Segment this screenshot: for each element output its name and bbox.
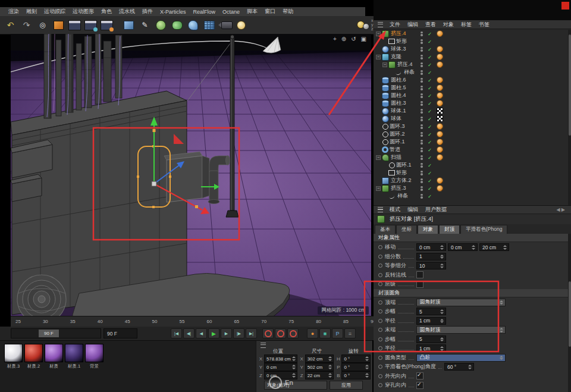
object-item[interactable]: 圆环.3✓ bbox=[374, 123, 571, 130]
orange-tag-icon[interactable] bbox=[437, 177, 443, 184]
menu-item[interactable]: 帮助 bbox=[279, 8, 297, 15]
anim-dot-icon[interactable] bbox=[378, 328, 382, 332]
record-position-toggle[interactable]: ● bbox=[307, 328, 318, 338]
coord-input[interactable]: 578.838 cm bbox=[264, 355, 297, 363]
section-header[interactable]: 对象属性 bbox=[374, 234, 571, 242]
stepper-icon[interactable] bbox=[468, 365, 472, 369]
value-input[interactable]: 5 bbox=[416, 308, 446, 315]
orange-tag-icon[interactable] bbox=[437, 131, 443, 137]
enabled-check-icon[interactable]: ✓ bbox=[428, 31, 432, 37]
value-input[interactable]: 20 cm bbox=[479, 243, 509, 251]
record-pla-toggle[interactable]: ≡ bbox=[344, 328, 356, 338]
menu-item[interactable]: 插件 bbox=[139, 8, 156, 15]
dropdown[interactable]: 圆角封顶 bbox=[416, 299, 506, 306]
object-item[interactable]: −挤压.4✓ bbox=[374, 61, 571, 68]
stepper-icon[interactable] bbox=[440, 346, 444, 351]
enabled-check-icon[interactable]: ✓ bbox=[428, 186, 432, 192]
orange-tag-icon[interactable] bbox=[437, 84, 443, 91]
mograph-menu[interactable] bbox=[153, 17, 168, 33]
value-input[interactable]: 1 cm bbox=[416, 344, 446, 352]
orange-tag-icon[interactable] bbox=[437, 123, 443, 130]
checkbox[interactable] bbox=[416, 372, 423, 380]
orange-tag-icon[interactable] bbox=[437, 154, 443, 161]
stepper-icon[interactable] bbox=[365, 373, 369, 378]
object-item[interactable]: 矩形✓ bbox=[374, 169, 571, 177]
anim-dot-icon[interactable] bbox=[378, 356, 382, 360]
visibility-dots[interactable] bbox=[421, 32, 423, 36]
enabled-check-icon[interactable]: ✓ bbox=[428, 39, 432, 45]
menu-item[interactable]: 运动跟踪 bbox=[40, 8, 69, 15]
material-thumbnail[interactable] bbox=[45, 344, 63, 362]
next-key-button[interactable]: |▶ bbox=[233, 328, 244, 338]
stepper-icon[interactable] bbox=[440, 255, 444, 259]
stepper-icon[interactable] bbox=[440, 319, 444, 324]
tab-基本[interactable]: 基本 bbox=[375, 225, 396, 234]
menu-item[interactable]: 渲染 bbox=[5, 8, 23, 15]
stepper-icon[interactable] bbox=[365, 356, 369, 361]
object-item[interactable]: 样条✓ bbox=[374, 192, 571, 200]
menu-item[interactable]: X-Particles bbox=[156, 9, 190, 15]
object-item[interactable]: −扫描✓ bbox=[374, 153, 571, 161]
tab-封顶[interactable]: 封顶 bbox=[439, 225, 460, 234]
enabled-check-icon[interactable]: ✓ bbox=[428, 93, 432, 99]
attr-menu-item[interactable]: 模式 bbox=[386, 206, 404, 214]
value-input[interactable]: 0 cm bbox=[416, 243, 446, 251]
orange-tag-icon[interactable] bbox=[437, 185, 443, 192]
material-item[interactable]: 材质.1 bbox=[65, 344, 83, 369]
material-thumbnail[interactable] bbox=[85, 344, 103, 362]
value-input[interactable]: 60 ° bbox=[444, 363, 474, 371]
live-selection-tool[interactable]: ◎ bbox=[35, 17, 50, 33]
enabled-check-icon[interactable]: ✓ bbox=[428, 193, 432, 199]
stepper-icon[interactable] bbox=[440, 337, 444, 342]
coordinates-menu-icon[interactable] bbox=[261, 343, 266, 348]
stepper-icon[interactable] bbox=[328, 365, 332, 369]
visibility-dots[interactable] bbox=[421, 93, 423, 98]
enabled-check-icon[interactable]: ✓ bbox=[428, 116, 432, 122]
expand-toggle-icon[interactable]: − bbox=[376, 155, 381, 160]
viewport[interactable]: +⊕↺▣ 网格间距 : 1000 cm bbox=[11, 34, 371, 316]
stepper-icon[interactable] bbox=[440, 309, 444, 314]
expand-toggle-icon[interactable]: − bbox=[376, 55, 381, 59]
enabled-check-icon[interactable]: ✓ bbox=[428, 101, 432, 106]
coordinate-hud-icon[interactable] bbox=[363, 23, 369, 30]
orange-tag-icon[interactable] bbox=[437, 77, 443, 83]
previous-key-button[interactable]: ◀| bbox=[183, 328, 194, 338]
object-item[interactable]: 立方体.2✓ bbox=[374, 177, 571, 184]
stepper-icon[interactable] bbox=[328, 356, 332, 361]
anim-dot-icon[interactable] bbox=[378, 264, 382, 268]
anim-dot-icon[interactable] bbox=[378, 309, 382, 313]
om-menu-item[interactable]: 标签 bbox=[457, 21, 475, 29]
previous-frame-button[interactable]: ◀ bbox=[196, 328, 207, 338]
menu-item[interactable]: 脚本 bbox=[243, 8, 261, 15]
enabled-check-icon[interactable]: ✓ bbox=[428, 131, 432, 137]
object-tree-scrollbar[interactable] bbox=[568, 30, 571, 205]
maximize-view-icon[interactable]: ▣ bbox=[361, 36, 366, 42]
enabled-check-icon[interactable]: ✓ bbox=[428, 108, 432, 114]
redo-button[interactable]: ↷ bbox=[19, 17, 34, 33]
anim-dot-icon[interactable] bbox=[378, 255, 382, 259]
stepper-icon[interactable] bbox=[292, 365, 296, 369]
visibility-dots[interactable] bbox=[421, 186, 423, 191]
attribute-history-arrows[interactable]: ◀ ▶ bbox=[556, 207, 565, 212]
go-to-start-button[interactable]: |◀ bbox=[171, 328, 182, 338]
object-item[interactable]: 圆柱.5✓ bbox=[374, 84, 571, 92]
coord-input[interactable]: 302 cm bbox=[305, 355, 334, 363]
move-tool[interactable] bbox=[51, 17, 66, 33]
orange-tag-icon[interactable] bbox=[437, 30, 443, 37]
enabled-check-icon[interactable]: ✓ bbox=[428, 170, 432, 176]
material-item[interactable]: 材质 bbox=[45, 344, 63, 369]
timeline-ruler[interactable]: 2530354045505560657075808590 0 F bbox=[11, 316, 402, 327]
checkbox[interactable] bbox=[416, 271, 423, 278]
visibility-dots[interactable] bbox=[421, 132, 423, 137]
orange-tag-icon[interactable] bbox=[437, 46, 443, 52]
material-thumbnail[interactable] bbox=[24, 344, 43, 362]
visibility-dots[interactable] bbox=[421, 70, 423, 75]
object-item[interactable]: −克隆✓ bbox=[374, 53, 571, 61]
enabled-check-icon[interactable]: ✓ bbox=[428, 147, 432, 153]
attr-menu-item[interactable]: 用户数据 bbox=[422, 206, 450, 214]
coord-input[interactable]: 0 cm bbox=[264, 363, 297, 371]
object-item[interactable]: 圆柱.6✓ bbox=[374, 76, 571, 84]
object-item[interactable]: 球体.3✓ bbox=[374, 45, 571, 53]
material-item[interactable]: 背景 bbox=[85, 344, 103, 369]
current-frame-input[interactable]: 90 F bbox=[103, 328, 137, 338]
